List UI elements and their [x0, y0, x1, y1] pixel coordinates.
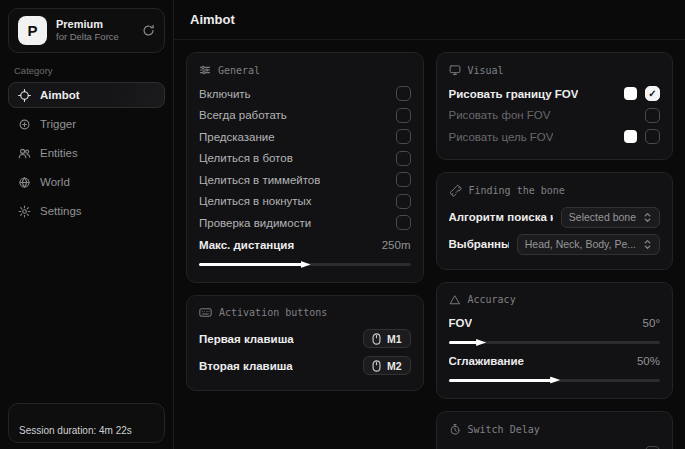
toggle-row-switch-delay: Задержка переключения: [449, 443, 661, 449]
keybind-row-secondary: Вторая клавиша M2: [199, 352, 411, 379]
checkbox[interactable]: [396, 215, 411, 230]
users-icon: [18, 147, 31, 160]
page-header: Aimbot: [174, 0, 685, 40]
checkbox[interactable]: [396, 194, 411, 209]
page-title: Aimbot: [190, 12, 235, 27]
visual-card: Visual Рисовать границу FOV Рисовать фон…: [436, 52, 674, 160]
target-icon: [18, 118, 31, 131]
visual-row-fov-background: Рисовать фон FOV: [449, 105, 661, 127]
brand-title: Premium: [56, 18, 133, 32]
sync-icon[interactable]: [142, 24, 155, 37]
dropdown-label: Алгоритм поиска костей: [449, 211, 553, 223]
fov-control: FOV 50°: [449, 313, 661, 345]
checkbox[interactable]: [645, 129, 660, 144]
sidebar-item-settings[interactable]: Settings: [8, 198, 165, 224]
keybind-value: M1: [387, 333, 402, 345]
card-header-label: Accuracy: [468, 294, 516, 305]
toggle-label: Целиться в нокнутых: [199, 195, 312, 207]
keybind-label: Первая клавиша: [199, 333, 294, 345]
color-swatch[interactable]: [624, 87, 637, 100]
switch-delay-card-header: Switch Delay: [449, 423, 661, 436]
bone-card-header: Finding the bone: [449, 184, 661, 197]
keybind-label: Вторая клавиша: [199, 360, 293, 372]
slider-value: 250m: [382, 239, 411, 251]
chevron-up-down-icon: [643, 212, 652, 223]
keybind-row-primary: Первая клавиша M1: [199, 325, 411, 352]
slider-label: Макс. дистанция: [199, 239, 294, 251]
triangle-icon: [449, 294, 461, 306]
card-header-label: Visual: [468, 65, 504, 76]
visual-label: Рисовать фон FOV: [449, 109, 551, 121]
slider-label: Сглаживание: [449, 355, 524, 367]
keyboard-icon: [199, 307, 212, 318]
brand-card: P Premium for Delta Force: [8, 8, 165, 53]
checkbox[interactable]: [396, 108, 411, 123]
keybind-button-m1[interactable]: M1: [363, 329, 411, 348]
toggle-label: Включить: [199, 88, 251, 100]
sidebar-item-label: Entities: [40, 147, 78, 159]
sidebar-item-world[interactable]: World: [8, 169, 165, 195]
sidebar-item-label: World: [40, 176, 70, 188]
slider-thumb[interactable]: [476, 338, 486, 347]
card-header-label: Activation buttons: [219, 307, 327, 318]
chevron-up-down-icon: [643, 239, 652, 250]
card-header-label: General: [218, 65, 260, 76]
gear-icon: [18, 205, 31, 218]
visual-row-fov-border: Рисовать границу FOV: [449, 83, 661, 105]
card-header-label: Finding the bone: [469, 185, 565, 196]
toggle-row-visibility-check: Проверка видимости: [199, 212, 411, 234]
category-label: Category: [14, 65, 159, 76]
app-window: P Premium for Delta Force Category Aimbo…: [0, 0, 685, 449]
bone-icon: [449, 184, 462, 197]
sidebar-item-aimbot[interactable]: Aimbot: [8, 82, 165, 108]
sidebar-item-entities[interactable]: Entities: [8, 140, 165, 166]
session-duration-text: Session duration: 4m 22s: [19, 425, 132, 436]
sidebar: P Premium for Delta Force Category Aimbo…: [0, 0, 174, 449]
visual-card-header: Visual: [449, 64, 661, 76]
monitor-icon: [449, 64, 461, 76]
slider-thumb[interactable]: [301, 260, 311, 269]
max-distance-control: Макс. дистанция 250m: [199, 235, 411, 267]
main-area: Aimbot General Включить: [174, 0, 685, 449]
mouse-icon: [372, 360, 381, 372]
checkbox[interactable]: [396, 151, 411, 166]
right-column: Visual Рисовать границу FOV Рисовать фон…: [436, 52, 674, 449]
checkbox[interactable]: [645, 108, 660, 123]
sidebar-item-label: Settings: [40, 205, 82, 217]
smoothing-slider[interactable]: [449, 379, 661, 382]
toggle-label: Проверка видимости: [199, 217, 311, 229]
dropdown-value: Selected bone: [569, 211, 636, 223]
fov-slider[interactable]: [449, 341, 661, 344]
finding-bone-card: Finding the bone Алгоритм поиска костей …: [436, 172, 674, 270]
toggle-label: Предсказание: [199, 131, 275, 143]
max-distance-slider[interactable]: [199, 263, 411, 266]
sidebar-item-label: Aimbot: [40, 89, 80, 101]
activation-buttons-card: Activation buttons Первая клавиша M1: [186, 295, 424, 391]
smoothing-control: Сглаживание 50%: [449, 350, 661, 382]
card-header-label: Switch Delay: [468, 424, 540, 435]
sidebar-item-label: Trigger: [40, 118, 76, 130]
keybind-value: M2: [387, 360, 402, 372]
slider-thumb[interactable]: [550, 376, 560, 385]
selected-bones-select[interactable]: Head, Neck, Body, Pe...: [517, 234, 660, 255]
checkbox[interactable]: [396, 129, 411, 144]
general-card-header: General: [199, 64, 411, 76]
dropdown-value: Head, Neck, Body, Pe...: [525, 238, 636, 250]
checkbox[interactable]: [396, 86, 411, 101]
activation-card-header: Activation buttons: [199, 307, 411, 318]
checkbox[interactable]: [396, 172, 411, 187]
toggle-label: Целиться в ботов: [199, 152, 293, 164]
sidebar-item-trigger[interactable]: Trigger: [8, 111, 165, 137]
slider-label: FOV: [449, 317, 473, 329]
visual-label: Рисовать границу FOV: [449, 88, 579, 100]
toggle-row-prediction: Предсказание: [199, 126, 411, 148]
color-swatch[interactable]: [624, 130, 637, 143]
brand-logo: P: [18, 16, 47, 45]
bone-algorithm-select[interactable]: Selected bone: [561, 207, 660, 228]
keybind-button-m2[interactable]: M2: [363, 356, 411, 375]
toggle-row-enable: Включить: [199, 83, 411, 105]
sidebar-nav: Aimbot Trigger Entities: [0, 82, 173, 224]
visual-label: Рисовать цель FOV: [449, 131, 554, 143]
globe-icon: [18, 176, 31, 189]
checkbox[interactable]: [645, 86, 660, 101]
